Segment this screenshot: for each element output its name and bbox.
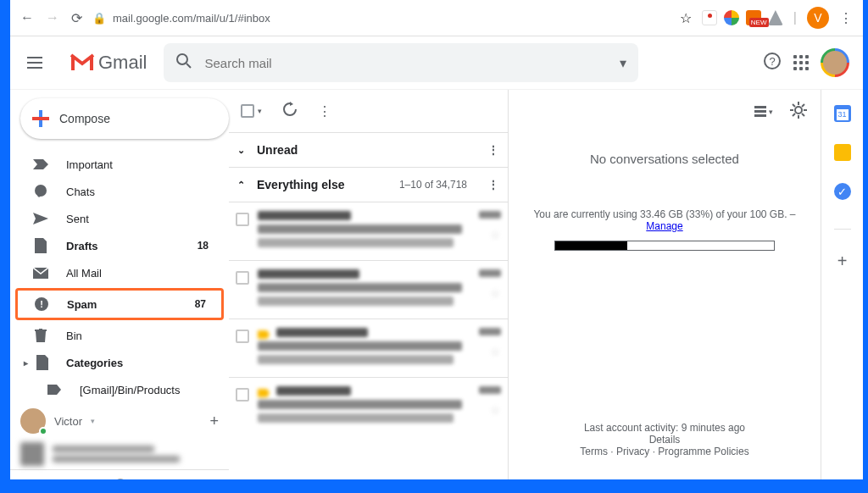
star-icon[interactable]: ☆ (680, 10, 692, 26)
hangouts-header[interactable]: Victor ▾ + (10, 403, 229, 439)
terms-link[interactable]: Terms (580, 446, 608, 457)
url-text: mail.google.com/mail/u/1/#inbox (113, 12, 270, 25)
privacy-link[interactable]: Privacy (616, 446, 649, 457)
svg-line-15 (793, 104, 795, 107)
star-icon[interactable]: ☆ (490, 286, 501, 300)
email-row[interactable]: ☆ (229, 377, 508, 435)
back-icon[interactable]: ← (20, 10, 34, 26)
hangouts-add-icon[interactable]: + (209, 413, 219, 430)
contacts-tab-icon[interactable] (76, 479, 90, 479)
phone-tab-icon[interactable] (151, 479, 163, 479)
storage-bar (554, 241, 775, 251)
hangouts-tabs: 99 (10, 469, 229, 479)
sidebar: Compose Important Chats Sent Drafts (10, 90, 229, 479)
compose-button[interactable]: Compose (20, 98, 229, 139)
ext-icon-2[interactable] (724, 10, 739, 25)
svg-point-10 (795, 107, 802, 114)
settings-icon[interactable] (790, 102, 807, 121)
section-menu-icon[interactable]: ⋮ (487, 178, 499, 191)
divider: | (793, 10, 797, 25)
side-rail: 31 ✓ + (821, 90, 863, 479)
ext-icon-1[interactable] (702, 10, 717, 25)
label-icon (46, 381, 63, 398)
apps-launcher-icon[interactable] (793, 55, 809, 70)
get-addons-icon[interactable]: + (837, 252, 848, 271)
split-toggle[interactable]: ▾ (754, 106, 773, 117)
sidebar-item-chats[interactable]: Chats (10, 178, 229, 205)
email-row[interactable]: ☆ (229, 260, 508, 319)
sidebar-item-drafts[interactable]: Drafts 18 (10, 232, 229, 259)
gmail-body: Compose Important Chats Sent Drafts (10, 90, 863, 479)
list-toolbar: ▾ ⋮ (229, 90, 508, 132)
details-link[interactable]: Details (649, 434, 681, 446)
storage-info: You are currently using 33.46 GB (33%) o… (522, 208, 807, 251)
keep-addon-icon[interactable] (834, 144, 851, 161)
forward-icon[interactable]: → (46, 10, 59, 26)
hangouts-avatar (20, 408, 46, 434)
email-checkbox[interactable] (236, 388, 249, 402)
sidebar-item-bin[interactable]: Bin (10, 322, 229, 349)
divider (834, 229, 851, 230)
reading-pane: ▾ No conversations selected You are curr… (509, 90, 821, 479)
sidebar-item-all-mail[interactable]: All Mail (10, 259, 229, 286)
ext-icon-4[interactable] (768, 10, 783, 25)
star-icon[interactable]: ☆ (490, 228, 501, 241)
bin-icon (32, 327, 49, 344)
categories-icon: ▸ (32, 354, 49, 371)
sidebar-item-spam[interactable]: ! Spam 87 (15, 288, 224, 320)
svg-line-17 (793, 114, 795, 116)
email-row[interactable]: ☆ (229, 202, 508, 260)
search-bar[interactable]: ▾ (164, 43, 638, 82)
sidebar-item-important[interactable]: Important (10, 151, 229, 178)
email-checkbox[interactable] (236, 330, 249, 343)
browser-toolbar: ← → ⟳ 🔒 mail.google.com/mail/u/1/#inbox … (10, 0, 863, 36)
hangouts-panel: Victor ▾ + 99 (10, 403, 229, 479)
svg-line-18 (802, 104, 804, 107)
hangouts-tab-icon[interactable]: 99 (114, 479, 127, 479)
section-menu-icon[interactable]: ⋮ (487, 143, 499, 157)
main-menu-icon[interactable] (17, 45, 53, 80)
chrome-profile-avatar[interactable]: V (807, 7, 829, 29)
star-icon[interactable]: ☆ (490, 345, 501, 358)
svg-text:?: ? (769, 55, 775, 68)
sent-icon (32, 210, 49, 227)
section-unread[interactable]: ⌄ Unread ⋮ (229, 132, 508, 167)
search-input[interactable] (204, 56, 608, 70)
ext-icon-3[interactable]: NEW (746, 10, 761, 25)
svg-point-0 (177, 54, 187, 64)
sidebar-item-gmail-bin-products[interactable]: [Gmail]/Bin/Products (10, 376, 229, 403)
chevron-down-icon: ⌄ (237, 145, 245, 156)
mail-icon (32, 264, 49, 281)
manage-storage-link[interactable]: Manage (646, 220, 682, 232)
tasks-addon-icon[interactable]: ✓ (834, 183, 851, 200)
refresh-icon[interactable] (282, 102, 298, 120)
more-icon[interactable]: ⋮ (318, 103, 331, 119)
chrome-menu-icon[interactable]: ⋮ (839, 10, 853, 26)
star-icon[interactable]: ☆ (490, 403, 501, 417)
policies-link[interactable]: Programme Policies (658, 446, 748, 457)
address-bar[interactable]: 🔒 mail.google.com/mail/u/1/#inbox (92, 12, 670, 25)
email-checkbox[interactable] (236, 271, 249, 285)
footer: Last account activity: 9 minutes ago Det… (522, 422, 807, 468)
help-icon[interactable]: ? (763, 52, 782, 74)
chat-icon (32, 183, 49, 200)
section-everything-else[interactable]: ⌃ Everything else 1–10 of 34,718 ⋮ (229, 167, 508, 202)
calendar-addon-icon[interactable]: 31 (834, 105, 851, 122)
importance-marker (258, 330, 270, 339)
email-row[interactable]: ☆ (229, 319, 508, 377)
search-options-icon[interactable]: ▾ (620, 55, 626, 71)
select-all-checkbox[interactable]: ▾ (241, 104, 262, 118)
account-avatar[interactable] (821, 48, 849, 77)
gmail-logo[interactable]: Gmail (70, 52, 147, 74)
sidebar-item-sent[interactable]: Sent (10, 205, 229, 232)
reload-icon[interactable]: ⟳ (71, 10, 82, 26)
email-checkbox[interactable] (236, 213, 249, 226)
lock-icon: 🔒 (92, 12, 106, 25)
sidebar-item-categories[interactable]: ▸ Categories (10, 349, 229, 376)
importance-marker (258, 389, 270, 397)
drafts-icon (32, 237, 49, 254)
message-list: ▾ ⋮ ⌄ Unread ⋮ ⌃ Everything else 1–10 of… (229, 90, 509, 479)
hangouts-contact[interactable] (10, 439, 229, 469)
important-icon (32, 156, 49, 173)
svg-text:!: ! (40, 299, 43, 309)
